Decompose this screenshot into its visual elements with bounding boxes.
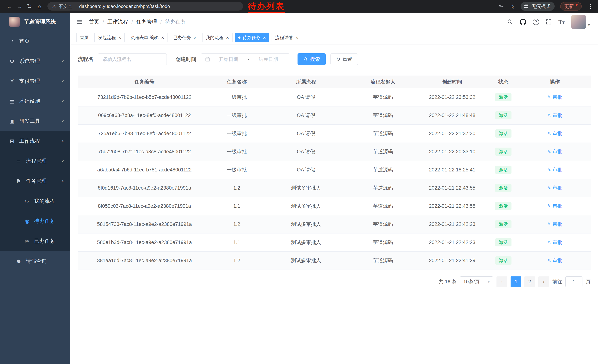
sidebar-item-my-process[interactable]: ☺我的流程 (0, 191, 70, 211)
bookmark-star-icon[interactable]: ☆ (509, 3, 515, 10)
goto-page-input[interactable] (565, 276, 582, 287)
forward-icon[interactable]: → (15, 3, 25, 10)
reset-button-label: 重置 (342, 56, 352, 63)
close-icon[interactable]: × (295, 35, 298, 40)
tab-process-detail[interactable]: 流程详情× (272, 33, 302, 42)
edit-icon: ✎ (547, 149, 551, 154)
approve-link[interactable]: ✎审批 (547, 148, 562, 155)
sidebar-item-infra[interactable]: ▤基础设施∨ (0, 91, 70, 111)
update-button[interactable]: 更新 (560, 2, 582, 11)
fullscreen-icon[interactable] (546, 19, 552, 25)
hamburger-icon[interactable] (76, 18, 83, 25)
page-button-1[interactable]: 1 (511, 276, 521, 287)
page-size-select[interactable]: 10条/页 ▾ (460, 276, 493, 287)
sidebar-item-workflow[interactable]: ⊟工作流程∧ (0, 131, 70, 151)
filter-bar: 流程名 创建时间 开始日期 - 结束日期 (78, 53, 590, 65)
start-date-input[interactable]: 开始日期 (212, 56, 245, 63)
sidebar-item-leave-query[interactable]: ☻请假查询 (0, 251, 70, 271)
edit-icon: ✎ (547, 95, 551, 100)
page-button-2[interactable]: 2 (524, 276, 535, 287)
sidebar-item-process-mgmt[interactable]: ≡流程管理∨ (0, 151, 70, 171)
search-button[interactable]: 搜索 (298, 53, 326, 65)
eye-icon: ◉ (23, 218, 31, 224)
next-page-button[interactable]: › (538, 276, 549, 287)
tab-todo-tasks[interactable]: 待办任务× (235, 33, 269, 42)
approve-link[interactable]: ✎审批 (547, 257, 562, 264)
cell-task-name: 一级审批 (211, 161, 263, 179)
chevron-up-icon: ∧ (61, 179, 64, 183)
close-icon[interactable]: × (118, 35, 121, 40)
font-size-icon[interactable]: TT (558, 19, 565, 25)
status-badge: 激活 (495, 129, 512, 138)
breadcrumb-item[interactable]: 工作流程 (108, 18, 128, 25)
tab-label: 已办任务 (173, 35, 191, 40)
approve-link[interactable]: ✎审批 (547, 221, 562, 227)
sidebar-item-home[interactable]: ◔首页 (0, 31, 70, 51)
update-label: 更新 (564, 3, 574, 10)
github-icon[interactable] (520, 19, 526, 25)
url-text: dashboard.yudao.iocoder.cn/bpm/task/todo (79, 4, 170, 9)
help-icon[interactable]: ? (533, 19, 539, 25)
address-bar[interactable]: ⚠ 不安全 dashboard.yudao.iocoder.cn/bpm/tas… (47, 2, 243, 11)
cell-process: OA 请假 (262, 124, 349, 143)
sidebar-item-payment[interactable]: ¥支付管理∨ (0, 71, 70, 91)
approve-link[interactable]: ✎审批 (547, 239, 562, 246)
approve-link[interactable]: ✎审批 (547, 130, 562, 137)
approve-link[interactable]: ✎审批 (547, 167, 562, 173)
tab-start-process[interactable]: 发起流程× (94, 33, 125, 42)
close-icon[interactable]: × (263, 35, 266, 40)
reset-button[interactable]: ↻ 重置 (331, 53, 358, 65)
create-time-label: 创建时间 (176, 56, 196, 63)
sidebar-item-task-mgmt[interactable]: ⚑任务管理∧ (0, 171, 70, 191)
sidebar-item-done-task[interactable]: ✄已办任务 (0, 231, 70, 251)
search-icon[interactable] (507, 19, 513, 25)
app-logo[interactable]: 芋道管理系统 (0, 13, 70, 31)
sidebar-item-label: 任务管理 (26, 178, 47, 185)
cell-task-id: 58154733-7ac8-11ec-a9e2-a2380e71991a (78, 215, 211, 233)
status-badge: 激活 (495, 256, 512, 265)
browser-home-icon[interactable]: ⌂ (34, 3, 44, 10)
cell-created-at: 2022-01-21 22:42:23 (416, 215, 488, 233)
approve-link[interactable]: ✎审批 (547, 94, 562, 101)
close-icon[interactable]: × (161, 35, 164, 40)
process-name-input[interactable] (98, 53, 167, 65)
back-icon[interactable]: ← (4, 3, 15, 10)
security-label[interactable]: 不安全 (58, 3, 72, 9)
cell-created-at: 2022-01-22 21:37:30 (416, 124, 488, 143)
date-range-picker[interactable]: 开始日期 - 结束日期 (201, 53, 289, 65)
gear-icon: ⚙ (8, 58, 16, 65)
breadcrumb-item[interactable]: 首页 (89, 18, 99, 25)
tab-label: 待办任务 (243, 35, 260, 40)
close-icon[interactable]: × (194, 35, 196, 40)
cell-created-at: 2022-01-21 22:43:55 (416, 179, 488, 197)
approve-label: 审批 (552, 239, 562, 246)
cell-task-id: 75d72608-7b7f-11ec-a3c8-acde48001122 (78, 143, 211, 161)
browser-menu-icon[interactable]: ⋮ (587, 3, 594, 10)
end-date-input[interactable]: 结束日期 (251, 56, 285, 63)
tab-home[interactable]: 首页 (76, 33, 92, 42)
prev-page-button[interactable]: ‹ (497, 276, 507, 287)
tab-form-edit[interactable]: 流程表单-编辑× (127, 33, 167, 42)
cell-initiator: 芋道源码 (349, 124, 416, 143)
avatar-caret-icon[interactable]: ▾ (588, 23, 590, 27)
sidebar-item-devtools[interactable]: ▣研发工具∨ (0, 111, 70, 131)
password-key-icon[interactable] (498, 4, 504, 9)
approve-link[interactable]: ✎审批 (547, 112, 562, 119)
cell-process: OA 请假 (262, 143, 349, 161)
pagination: 共 16 条 10条/页 ▾ ‹ 12 › 前往 页 (78, 276, 590, 287)
reload-icon[interactable]: ↻ (25, 3, 34, 10)
tab-my-process[interactable]: 我的流程× (202, 33, 233, 42)
edit-icon: ✎ (547, 113, 551, 118)
cell-task-name: 一级审批 (211, 106, 263, 124)
sidebar-item-label: 待办任务 (34, 218, 55, 225)
approve-link[interactable]: ✎审批 (547, 185, 562, 191)
page-buttons: 12 (511, 276, 535, 287)
cell-process: 测试多审批人 (262, 251, 349, 270)
approve-link[interactable]: ✎审批 (547, 203, 562, 209)
breadcrumb-item[interactable]: 任务管理 (136, 18, 157, 25)
sidebar-item-system[interactable]: ⚙系统管理∨ (0, 51, 70, 71)
close-icon[interactable]: × (226, 35, 229, 40)
tab-done-tasks[interactable]: 已办任务× (170, 33, 200, 42)
sidebar-item-todo-task[interactable]: ◉待办任务 (0, 211, 70, 231)
user-avatar[interactable] (571, 15, 586, 29)
